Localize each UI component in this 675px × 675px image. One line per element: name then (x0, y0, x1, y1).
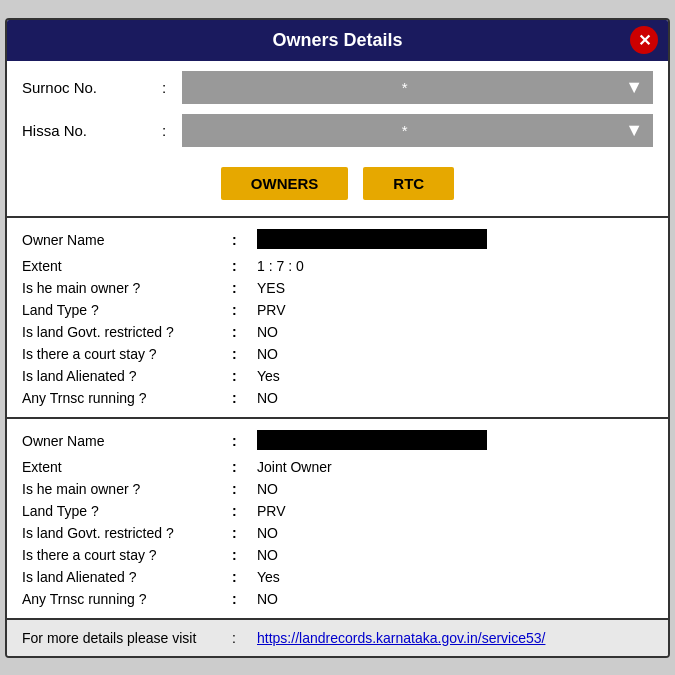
owner1-court-value: NO (257, 346, 653, 362)
hissa-label: Hissa No. (22, 122, 162, 139)
owner1-name-label: Owner Name (22, 232, 232, 248)
owner1-extent-value: 1 : 7 : 0 (257, 258, 653, 274)
owner1-main-owner-colon: : (232, 280, 257, 296)
owner1-trnsc-colon: : (232, 390, 257, 406)
dialog-header: Owners Details ✕ (7, 20, 668, 61)
owner1-main-owner-value: YES (257, 280, 653, 296)
owner2-name-value (257, 430, 653, 453)
owner2-land-type-row: Land Type ? : PRV (22, 500, 653, 522)
owners-details-dialog: Owners Details ✕ Surnoc No. : * ▼ Hissa … (5, 18, 670, 658)
surnoc-colon: : (162, 79, 182, 96)
owner1-trnsc-label: Any Trnsc running ? (22, 390, 232, 406)
owner1-govt-colon: : (232, 324, 257, 340)
owner2-main-owner-label: Is he main owner ? (22, 481, 232, 497)
owner1-name-row: Owner Name : (22, 226, 653, 255)
owner1-court-row: Is there a court stay ? : NO (22, 343, 653, 365)
hissa-dropdown[interactable]: * ▼ (182, 114, 653, 147)
owner1-main-owner-label: Is he main owner ? (22, 280, 232, 296)
owner1-govt-row: Is land Govt. restricted ? : NO (22, 321, 653, 343)
owner1-alienated-row: Is land Alienated ? : Yes (22, 365, 653, 387)
owner1-govt-label: Is land Govt. restricted ? (22, 324, 232, 340)
hissa-row: Hissa No. : * ▼ (22, 114, 653, 147)
owner1-name-value (257, 229, 653, 252)
owner2-redacted (257, 430, 487, 450)
owner1-alienated-value: Yes (257, 368, 653, 384)
footer-label: For more details please visit (22, 630, 232, 646)
owner1-land-type-value: PRV (257, 302, 653, 318)
rtc-button[interactable]: RTC (363, 167, 454, 200)
owner2-govt-value: NO (257, 525, 653, 541)
surnoc-value: * (192, 79, 617, 96)
action-buttons: OWNERS RTC (22, 157, 653, 206)
owner1-alienated-colon: : (232, 368, 257, 384)
owner2-govt-label: Is land Govt. restricted ? (22, 525, 232, 541)
owner1-redacted (257, 229, 487, 249)
owner1-trnsc-row: Any Trnsc running ? : NO (22, 387, 653, 409)
owner1-land-type-label: Land Type ? (22, 302, 232, 318)
owner2-main-owner-colon: : (232, 481, 257, 497)
owner2-extent-row: Extent : Joint Owner (22, 456, 653, 478)
owner2-govt-row: Is land Govt. restricted ? : NO (22, 522, 653, 544)
hissa-arrow-icon: ▼ (625, 120, 643, 141)
footer-colon: : (232, 630, 257, 646)
owner2-alienated-value: Yes (257, 569, 653, 585)
owner2-alienated-label: Is land Alienated ? (22, 569, 232, 585)
owner1-govt-value: NO (257, 324, 653, 340)
footer-link[interactable]: https://landrecords.karnataka.gov.in/ser… (257, 630, 545, 646)
owner2-court-label: Is there a court stay ? (22, 547, 232, 563)
owner2-alienated-row: Is land Alienated ? : Yes (22, 566, 653, 588)
surnoc-row: Surnoc No. : * ▼ (22, 71, 653, 104)
owner2-alienated-colon: : (232, 569, 257, 585)
owner1-section: Owner Name : Extent : 1 : 7 : 0 Is he ma… (7, 218, 668, 419)
form-section: Surnoc No. : * ▼ Hissa No. : * ▼ OWNERS … (7, 61, 668, 218)
hissa-value: * (192, 122, 617, 139)
owner2-section: Owner Name : Extent : Joint Owner Is he … (7, 419, 668, 620)
owner1-extent-label: Extent (22, 258, 232, 274)
hissa-colon: : (162, 122, 182, 139)
owner1-land-type-colon: : (232, 302, 257, 318)
owner2-main-owner-value: NO (257, 481, 653, 497)
owner1-court-colon: : (232, 346, 257, 362)
owner2-extent-label: Extent (22, 459, 232, 475)
owner1-court-label: Is there a court stay ? (22, 346, 232, 362)
owner1-name-colon: : (232, 232, 257, 248)
owner1-alienated-label: Is land Alienated ? (22, 368, 232, 384)
owner2-court-row: Is there a court stay ? : NO (22, 544, 653, 566)
surnoc-label: Surnoc No. (22, 79, 162, 96)
owner2-extent-value: Joint Owner (257, 459, 653, 475)
owner2-name-label: Owner Name (22, 433, 232, 449)
owner2-trnsc-label: Any Trnsc running ? (22, 591, 232, 607)
owner2-land-type-label: Land Type ? (22, 503, 232, 519)
owner2-name-row: Owner Name : (22, 427, 653, 456)
surnoc-dropdown[interactable]: * ▼ (182, 71, 653, 104)
dialog-title: Owners Details (272, 30, 402, 50)
owner2-trnsc-row: Any Trnsc running ? : NO (22, 588, 653, 610)
owner1-main-owner-row: Is he main owner ? : YES (22, 277, 653, 299)
owner2-trnsc-value: NO (257, 591, 653, 607)
owner2-trnsc-colon: : (232, 591, 257, 607)
owner1-trnsc-value: NO (257, 390, 653, 406)
owner2-main-owner-row: Is he main owner ? : NO (22, 478, 653, 500)
owner1-extent-colon: : (232, 258, 257, 274)
owner2-land-type-value: PRV (257, 503, 653, 519)
owner2-court-value: NO (257, 547, 653, 563)
owner2-extent-colon: : (232, 459, 257, 475)
surnoc-arrow-icon: ▼ (625, 77, 643, 98)
owners-button[interactable]: OWNERS (221, 167, 349, 200)
close-button[interactable]: ✕ (630, 26, 658, 54)
owner2-court-colon: : (232, 547, 257, 563)
owner1-land-type-row: Land Type ? : PRV (22, 299, 653, 321)
footer-section: For more details please visit : https://… (7, 620, 668, 656)
owner1-extent-row: Extent : 1 : 7 : 0 (22, 255, 653, 277)
owner2-land-type-colon: : (232, 503, 257, 519)
owner2-name-colon: : (232, 433, 257, 449)
owner2-govt-colon: : (232, 525, 257, 541)
